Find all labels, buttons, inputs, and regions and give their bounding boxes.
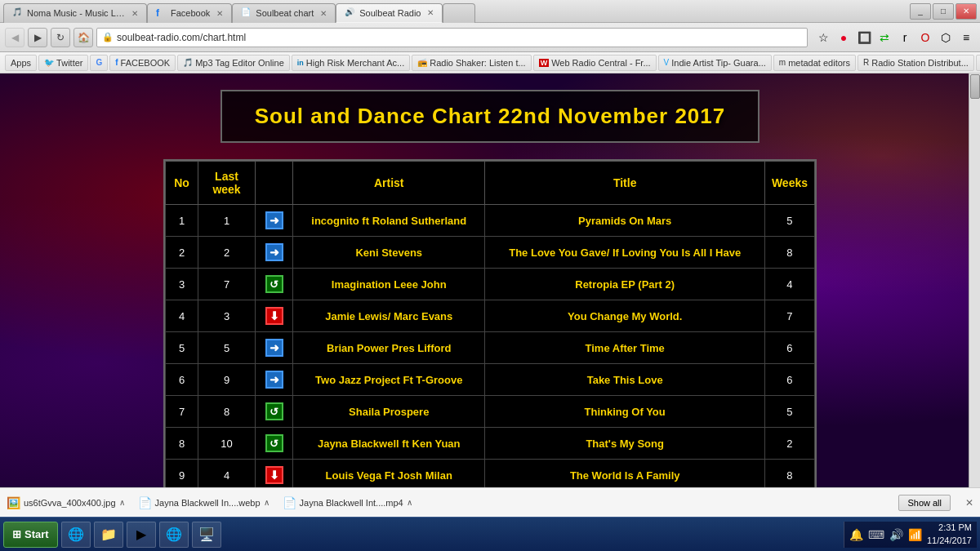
tab-soulbeat-radio[interactable]: 🔊 Soulbeat Radio ✕	[336, 3, 443, 23]
download-icon-2: 📄	[138, 496, 152, 509]
system-clock: 2:31 PM11/24/2017	[927, 522, 972, 547]
table-row: 7 8 ↺ Shaila Prospere Thinking Of You 5	[166, 396, 815, 428]
bookmark-indie[interactable]: V Indie Artist Tip- Guara...	[658, 55, 772, 71]
start-button[interactable]: ⊞ Start	[3, 522, 58, 548]
cell-weeks: 6	[764, 364, 814, 396]
cell-artist: Keni Stevens	[293, 237, 485, 269]
address-bar: ◀ ▶ ↻ 🏠 🔒 soulbeat-radio.com/chart.html …	[0, 23, 980, 52]
close-downloads-button[interactable]: ✕	[965, 497, 973, 509]
download-chevron-1[interactable]: ∧	[119, 498, 125, 507]
mp3tag-bm-icon: 🎵	[183, 58, 193, 67]
cell-arrow: ⬇	[256, 300, 293, 332]
cell-last-week: 10	[198, 428, 256, 460]
tab-close-facebook[interactable]: ✕	[216, 9, 223, 18]
taskbar-chrome[interactable]: 🌐	[159, 522, 189, 548]
notification-icon[interactable]: 🔔	[849, 528, 863, 541]
bookmark-metadat[interactable]: m metadat editors	[773, 55, 856, 71]
cell-last-week: 2	[198, 237, 256, 269]
tab-facebook[interactable]: f Facebook ✕	[147, 3, 232, 23]
bookmark-radioshaker[interactable]: 📻 Radio Shaker: Listen t...	[412, 55, 531, 71]
star-icon[interactable]: ☆	[814, 29, 832, 47]
metadat-bm-icon: m	[779, 58, 786, 67]
bookmark-google[interactable]: G	[90, 55, 108, 71]
network-icon[interactable]: 📶	[908, 528, 922, 541]
tab-close-radio[interactable]: ✕	[427, 8, 434, 17]
taskbar-app5[interactable]: 🖥️	[192, 522, 221, 548]
title-bar: 🎵 Noma Music - Music Licens... ✕ f Faceb…	[0, 0, 980, 23]
bookmark-webradio[interactable]: W Web Radio Central - Fr...	[533, 55, 657, 71]
explorer-icon: 📁	[100, 526, 118, 544]
back-button[interactable]: ◀	[5, 28, 24, 47]
twitter-bm-icon: 🐦	[44, 58, 54, 67]
taskbar-explorer[interactable]: 📁	[94, 522, 123, 548]
tab-label-noma: Noma Music - Music Licens...	[27, 8, 125, 18]
close-btn[interactable]: ✕	[956, 3, 977, 20]
tab-favicon-chart: 📄	[241, 7, 252, 19]
table-header-row: No Last week Artist Title Weeks	[166, 162, 815, 205]
cell-title: Time After Time	[485, 332, 764, 364]
download-item-2: 📄 Jayna Blackwell In....webp ∧	[138, 496, 270, 509]
taskbar-ie[interactable]: 🌐	[61, 522, 91, 548]
download-chevron-3[interactable]: ∧	[407, 498, 412, 507]
home-button[interactable]: 🏠	[74, 28, 93, 47]
pinterest-icon[interactable]: ●	[835, 29, 853, 47]
cell-artist: Louis Vega Ft Josh Milan	[293, 460, 485, 488]
bookmark-facebook[interactable]: f FACEBOOK	[109, 55, 176, 71]
ext-icon1[interactable]: 🔲	[855, 29, 873, 47]
page-background: Soul and Dance Chart 22nd November 2017 …	[0, 73, 980, 487]
bookmark-more[interactable]: »	[976, 55, 980, 71]
cell-arrow: ↺	[256, 269, 293, 300]
cell-title: That's My Song	[485, 428, 764, 460]
bookmark-mp3tag[interactable]: 🎵 Mp3 Tag Editor Online	[177, 55, 290, 71]
cell-title: Pyramids On Mars	[485, 205, 764, 237]
cell-no: 7	[166, 396, 198, 428]
table-row: 3 7 ↺ Imagination Leee John Retropia EP …	[166, 269, 815, 300]
col-title: Title	[485, 162, 764, 205]
share-icon[interactable]: ⇄	[875, 29, 893, 47]
download-chevron-2[interactable]: ∧	[264, 498, 270, 507]
download-item-3: 📄 Jayna Blackwell Int....mp4 ∧	[283, 496, 412, 509]
col-weeks: Weeks	[764, 162, 814, 205]
maximize-btn[interactable]: □	[933, 3, 954, 20]
media-icon: ▶	[132, 526, 150, 544]
bookmark-radiostation[interactable]: R Radio Station Distribut...	[858, 55, 974, 71]
tab-close-chart[interactable]: ✕	[320, 9, 327, 18]
ext-icon2[interactable]: r	[896, 29, 914, 47]
chart-container: No Last week Artist Title Weeks 1 1 ➜ in…	[163, 159, 817, 487]
minimize-btn[interactable]: _	[910, 3, 931, 20]
refresh-button[interactable]: ↻	[51, 28, 70, 47]
download-icon-1: 🖼️	[7, 496, 20, 509]
cell-weeks: 4	[764, 269, 814, 300]
vertical-scrollbar[interactable]	[969, 73, 980, 487]
volume-icon[interactable]: 🔊	[889, 528, 903, 541]
chart-table: No Last week Artist Title Weeks 1 1 ➜ in…	[165, 161, 815, 487]
indie-bm-icon: V	[664, 58, 670, 67]
cell-artist: Shaila Prospere	[293, 396, 485, 428]
menu-icon[interactable]: ≡	[957, 29, 975, 47]
tab-soulbeat-chart[interactable]: 📄 Soulbeat chart ✕	[232, 3, 336, 23]
app5-icon: 🖥️	[198, 526, 216, 544]
chart-title-box: Soul and Dance Chart 22nd November 2017	[220, 90, 760, 143]
tab-empty[interactable]	[443, 3, 475, 23]
bookmark-apps-label: Apps	[11, 58, 31, 68]
cell-weeks: 2	[764, 428, 814, 460]
bookmark-twitter[interactable]: 🐦 Twitter	[38, 55, 88, 71]
taskbar-media[interactable]: ▶	[127, 522, 156, 548]
cell-weeks: 8	[764, 460, 814, 488]
cell-arrow: ↺	[256, 396, 293, 428]
tab-noma[interactable]: 🎵 Noma Music - Music Licens... ✕	[3, 3, 147, 23]
keyboard-icon[interactable]: ⌨	[868, 528, 884, 541]
col-no: No	[166, 162, 198, 205]
chart-tbody: 1 1 ➜ incognito ft Roland Sutherland Pyr…	[166, 205, 815, 488]
show-all-button[interactable]: Show all	[898, 495, 951, 511]
bookmark-highrisk[interactable]: in High Risk Merchant Ac...	[292, 55, 410, 71]
scrollbar-thumb[interactable]	[970, 74, 980, 99]
bookmark-apps[interactable]: Apps	[5, 55, 37, 71]
download-label-3: Jayna Blackwell Int....mp4	[300, 498, 403, 508]
url-bar[interactable]: 🔒 soulbeat-radio.com/chart.html	[96, 28, 808, 47]
opera-icon[interactable]: O	[916, 29, 934, 47]
cell-no: 1	[166, 205, 198, 237]
tab-close-noma[interactable]: ✕	[131, 9, 138, 18]
ext-icon3[interactable]: ⬡	[937, 29, 955, 47]
forward-button[interactable]: ▶	[28, 28, 47, 47]
